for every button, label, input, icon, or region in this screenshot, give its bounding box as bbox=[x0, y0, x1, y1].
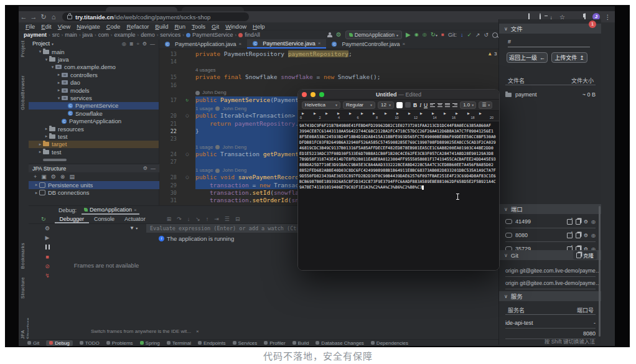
jpa-hide-icon[interactable]: — bbox=[151, 166, 156, 171]
debug-tab-debugger[interactable]: Debugger bbox=[55, 215, 90, 223]
breadcrumb-item[interactable]: main bbox=[65, 32, 77, 38]
open-in-browser-icon[interactable] bbox=[567, 219, 573, 225]
tree-row[interactable]: ▾main bbox=[29, 48, 159, 55]
step-out-icon[interactable]: ↑ bbox=[206, 216, 209, 222]
rerun-icon[interactable]: ↻ bbox=[41, 216, 46, 222]
menu-item-build[interactable]: Build bbox=[152, 23, 171, 30]
jpa-item[interactable]: ▸DB connections bbox=[29, 189, 164, 197]
ports-section-header[interactable]: ∨ 端口 bbox=[499, 204, 601, 214]
list-style-select[interactable]: ☰▾ bbox=[479, 101, 492, 109]
menu-item-window[interactable]: Window bbox=[222, 23, 250, 30]
tree-row[interactable]: ▸resources bbox=[29, 125, 159, 133]
stripe-tab-project[interactable]: Project bbox=[20, 40, 26, 57]
clone-button[interactable]: 克隆 bbox=[573, 251, 597, 259]
locate-icon[interactable]: ◎ bbox=[122, 41, 126, 47]
close-icon[interactable]: × bbox=[403, 41, 406, 47]
breadcrumb-item[interactable]: com bbox=[98, 32, 109, 38]
editor-tab[interactable]: CPaymentApplication.java× bbox=[159, 39, 247, 49]
code-line[interactable]: 15private final Snowflake snowflake = ne… bbox=[159, 73, 512, 81]
debug-tab-actuator[interactable]: Actuator bbox=[119, 215, 151, 223]
close-icon[interactable]: × bbox=[318, 40, 321, 46]
git-push-icon[interactable]: ↗ bbox=[475, 31, 480, 39]
go-up-button[interactable]: 返回上一级 ← bbox=[507, 52, 548, 63]
upload-file-button[interactable]: 上传文件 ↥ bbox=[551, 52, 587, 63]
files-section-header[interactable]: ∨ 文件 bbox=[499, 24, 601, 34]
statusbar-item-dependencies[interactable]: Dependencies bbox=[371, 340, 408, 346]
statusbar-item-todo[interactable]: TODO bbox=[80, 340, 100, 346]
force-step-into-icon[interactable]: ↘ bbox=[195, 216, 200, 222]
statusbar-item-terminal[interactable]: Terminal bbox=[167, 340, 191, 346]
tree-row[interactable]: CPaymentApplication bbox=[29, 118, 159, 125]
copy-icon[interactable] bbox=[576, 233, 581, 238]
step-over-icon[interactable]: ↷ bbox=[177, 216, 182, 222]
copy-icon[interactable] bbox=[576, 219, 581, 225]
sidebar-scrollbar[interactable] bbox=[599, 206, 601, 337]
tree-chevron-icon[interactable]: ▾ bbox=[37, 49, 43, 54]
debug-button[interactable]: ◉ bbox=[414, 31, 419, 39]
tree-chevron-icon[interactable]: ▸ bbox=[37, 142, 43, 147]
port-row[interactable]: 8080⚙◎ bbox=[499, 229, 601, 241]
tree-chevron-icon[interactable]: ▸ bbox=[44, 134, 49, 139]
coverage-button[interactable]: ◎ bbox=[423, 31, 427, 39]
menu-item-file[interactable]: File bbox=[22, 23, 38, 30]
tree-row[interactable]: ▾services bbox=[29, 94, 159, 101]
bold-button[interactable]: B bbox=[413, 102, 417, 108]
menu-item-edit[interactable]: Edit bbox=[38, 23, 54, 30]
breadcrumb-item[interactable]: services bbox=[160, 32, 180, 38]
layout-icon[interactable]: ⊟ bbox=[235, 216, 240, 222]
breadcrumb-item[interactable]: example bbox=[114, 32, 135, 38]
git-remote-row[interactable]: origin git@gitee.com.live-demo/payme… bbox=[499, 265, 601, 276]
menu-item-tools[interactable]: Tools bbox=[189, 23, 208, 30]
breadcrumb-item[interactable]: demo bbox=[141, 32, 155, 38]
back-icon[interactable]: ← bbox=[19, 11, 29, 22]
profiler-button[interactable]: ↻▾ bbox=[431, 31, 437, 39]
font-family-select[interactable]: Helvetica▾ bbox=[302, 101, 340, 109]
tab-stop-icon[interactable]: ▶ bbox=[373, 111, 375, 115]
folder-action-icon[interactable]: ▣ bbox=[41, 174, 47, 180]
user-icon[interactable] bbox=[327, 32, 332, 37]
mute-breakpoints-icon[interactable]: ⊘ bbox=[45, 264, 50, 269]
tab-stop-icon[interactable]: ▶ bbox=[467, 111, 470, 115]
expand-icon[interactable]: ≣ bbox=[129, 41, 134, 47]
tab-stop-icon[interactable]: ▶ bbox=[420, 111, 423, 115]
resume-icon[interactable]: ▶ bbox=[45, 235, 50, 241]
history-icon[interactable]: ↺ bbox=[484, 31, 489, 39]
tree-chevron-icon[interactable]: ▸ bbox=[37, 149, 43, 154]
close-icon[interactable]: × bbox=[239, 41, 242, 47]
menu-item-view[interactable]: View bbox=[55, 23, 73, 30]
tree-chevron-icon[interactable]: ▸ bbox=[56, 72, 62, 77]
tree-row[interactable]: ▸dao bbox=[29, 79, 159, 86]
chevron-right-icon[interactable]: ▸ bbox=[34, 182, 39, 187]
tree-row[interactable]: CSnowflake bbox=[29, 110, 159, 117]
menu-item-git[interactable]: Git bbox=[208, 23, 222, 30]
editor-tab[interactable]: CPaymentController.java× bbox=[326, 39, 411, 49]
tab-stop-icon[interactable]: ▶ bbox=[408, 111, 411, 115]
tree-row[interactable]: ▾com.example.demo bbox=[29, 63, 159, 71]
breadcrumb-root[interactable]: payment bbox=[24, 32, 47, 38]
chevron-down-icon[interactable]: ▾ bbox=[52, 42, 54, 46]
stop-button[interactable]: ■ bbox=[441, 31, 444, 39]
wrench-icon[interactable]: ⚙ bbox=[336, 31, 342, 39]
step-into-icon[interactable]: ↓ bbox=[187, 216, 190, 222]
line-spacing-select[interactable]: 1.0▾ bbox=[460, 101, 476, 109]
stripe-tab-structure[interactable]: Structure bbox=[20, 277, 26, 299]
tab-stop-icon[interactable]: ▶ bbox=[479, 111, 482, 115]
git-commit-icon[interactable]: ✓ bbox=[467, 31, 472, 39]
menu-item-run[interactable]: Run bbox=[171, 23, 188, 30]
tree-row[interactable]: ▸target bbox=[29, 141, 159, 148]
jpa-item[interactable]: ▸Persistence units bbox=[29, 181, 164, 189]
statusbar-item-services[interactable]: Services bbox=[233, 340, 258, 346]
file-row[interactable]: payment~ 0 B bbox=[499, 89, 601, 100]
code-line[interactable]: 13private PaymentRepository paymentRepos… bbox=[159, 50, 512, 58]
browser-menu-icon[interactable]: ⋮ bbox=[604, 14, 611, 21]
breadcrumb-item[interactable]: src bbox=[52, 32, 60, 38]
stop-icon[interactable]: ■ bbox=[45, 254, 49, 260]
tab-stop-icon[interactable]: ▶ bbox=[314, 111, 316, 115]
statusbar-item-build[interactable]: Build bbox=[292, 340, 309, 346]
align-right-icon[interactable] bbox=[452, 103, 457, 108]
tree-chevron-icon[interactable]: ▾ bbox=[44, 57, 49, 62]
align-left-icon[interactable] bbox=[430, 103, 435, 108]
git-update-icon[interactable]: ↓ bbox=[461, 31, 464, 39]
menu-item-navigate[interactable]: Navigate bbox=[73, 23, 103, 30]
tree-row[interactable] bbox=[29, 156, 159, 163]
